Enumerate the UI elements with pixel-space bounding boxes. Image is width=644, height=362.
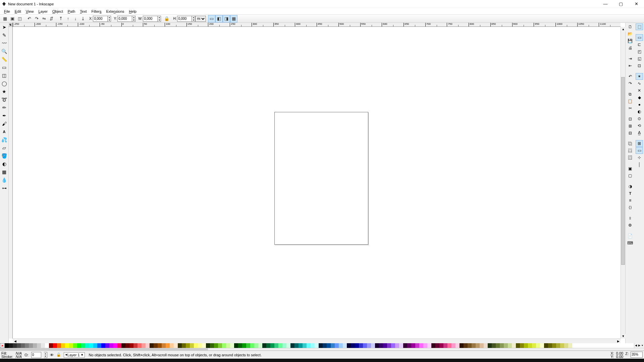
taskbar-explorer[interactable]: 📁: [49, 359, 65, 362]
color-swatch[interactable]: [568, 343, 572, 348]
color-swatch[interactable]: [544, 343, 548, 348]
color-swatch[interactable]: [355, 343, 359, 348]
color-swatch[interactable]: [472, 343, 476, 348]
close-button[interactable]: ✕: [629, 0, 644, 8]
color-swatch[interactable]: [367, 343, 371, 348]
color-swatch[interactable]: [154, 343, 158, 348]
rectangle-tool[interactable]: ▭: [1, 64, 8, 71]
color-swatch[interactable]: [532, 343, 536, 348]
raise-button[interactable]: ↑: [64, 15, 72, 22]
duplicate-button[interactable]: ⿻: [627, 140, 634, 147]
menu-extensions[interactable]: Extensions: [104, 9, 126, 14]
taskbar-word[interactable]: 📘: [242, 359, 258, 362]
color-swatch[interactable]: [443, 343, 447, 348]
layer-selector[interactable]: ▾ Layer 1 ▾: [64, 352, 85, 358]
color-swatch[interactable]: [379, 343, 383, 348]
color-swatch[interactable]: [198, 343, 202, 348]
color-swatch[interactable]: [69, 343, 73, 348]
color-swatch[interactable]: [97, 343, 101, 348]
snap-bbox-toggle[interactable]: ▭: [636, 34, 643, 41]
color-swatch[interactable]: [403, 343, 407, 348]
w-spinner[interactable]: ▲▼: [158, 16, 161, 22]
snap-intersection-toggle[interactable]: ✕: [636, 87, 643, 94]
color-swatch[interactable]: [339, 343, 343, 348]
group-button[interactable]: ▣: [627, 165, 634, 172]
opacity-input[interactable]: [31, 352, 41, 358]
color-swatch[interactable]: [49, 343, 53, 348]
prefs-button[interactable]: ⚙: [627, 222, 634, 229]
color-swatch[interactable]: [206, 343, 210, 348]
color-swatch[interactable]: [282, 343, 286, 348]
taskbar-edge[interactable]: 🌐: [178, 359, 194, 362]
menu-filters[interactable]: Filters: [90, 9, 104, 14]
save-doc-button[interactable]: 💾: [627, 38, 634, 44]
align-button[interactable]: ⫴: [627, 215, 634, 222]
taskbar-firefox[interactable]: 🦊: [162, 359, 178, 362]
minimize-button[interactable]: —: [598, 0, 613, 8]
color-swatch[interactable]: [427, 343, 431, 348]
color-swatch[interactable]: [500, 343, 504, 348]
snap-bbox-corner-toggle[interactable]: ◰: [636, 48, 643, 55]
color-swatch[interactable]: [170, 343, 174, 348]
lower-button[interactable]: ↓: [72, 15, 79, 22]
taskbar-app3[interactable]: ❄: [113, 359, 129, 362]
mesh-tool[interactable]: ▦: [1, 168, 8, 176]
color-swatch[interactable]: [496, 343, 500, 348]
color-swatch[interactable]: [363, 343, 367, 348]
color-swatch[interactable]: [423, 343, 427, 348]
color-swatch[interactable]: [464, 343, 468, 348]
ruler-horizontal[interactable]: -250-200-150-100-50050100150200250300350…: [13, 23, 621, 27]
color-swatch[interactable]: [29, 343, 33, 348]
color-swatch[interactable]: [431, 343, 435, 348]
color-swatch[interactable]: [5, 343, 9, 348]
snap-text-toggle[interactable]: A̲: [636, 129, 643, 136]
color-swatch[interactable]: [343, 343, 347, 348]
scroll-left-arrow[interactable]: ◀: [13, 339, 17, 344]
color-swatch[interactable]: [109, 343, 113, 348]
canvas[interactable]: [13, 27, 621, 339]
text-tool[interactable]: A: [1, 128, 8, 135]
opacity-spinner[interactable]: ▲▼: [44, 352, 47, 358]
scrollbar-vertical[interactable]: ▲ ▼: [621, 27, 625, 339]
snap-rotation-toggle[interactable]: ⟲: [636, 122, 643, 129]
color-swatch[interactable]: [166, 343, 170, 348]
color-swatch[interactable]: [218, 343, 222, 348]
color-swatch[interactable]: [190, 343, 194, 348]
node-tool[interactable]: ✎: [1, 32, 8, 39]
x-spinner[interactable]: ▲▼: [108, 16, 111, 22]
color-swatch[interactable]: [387, 343, 391, 348]
color-swatch[interactable]: [536, 343, 540, 348]
taskbar-app4[interactable]: 🔄: [129, 359, 146, 362]
color-swatch[interactable]: [451, 343, 455, 348]
snap-guide-toggle[interactable]: │: [636, 161, 643, 168]
color-swatch[interactable]: [150, 343, 154, 348]
color-swatch[interactable]: [524, 343, 528, 348]
color-swatch[interactable]: [226, 343, 230, 348]
color-swatch[interactable]: [347, 343, 351, 348]
snap-others-toggle[interactable]: ⊞: [636, 140, 643, 147]
color-swatch[interactable]: [121, 343, 125, 348]
color-swatch[interactable]: [319, 343, 323, 348]
zoom-input[interactable]: [631, 352, 643, 358]
color-swatch[interactable]: [89, 343, 93, 348]
maximize-button[interactable]: ▢: [613, 0, 629, 8]
color-swatch[interactable]: [146, 343, 150, 348]
color-swatch[interactable]: [270, 343, 274, 348]
transform-pattern-toggle[interactable]: ▦: [230, 15, 237, 22]
color-swatch[interactable]: [65, 343, 69, 348]
connector-tool[interactable]: ⊶: [1, 184, 8, 192]
color-swatch[interactable]: [262, 343, 266, 348]
taskbar-vs[interactable]: ⋈: [146, 359, 162, 362]
color-swatch[interactable]: [520, 343, 524, 348]
paste-button[interactable]: 📋: [627, 98, 634, 105]
task-view-button[interactable]: ▭: [33, 359, 49, 362]
scroll-right-arrow[interactable]: ▶: [616, 339, 621, 344]
color-swatch[interactable]: [435, 343, 439, 348]
ruler-vertical[interactable]: [9, 27, 13, 339]
select-all-button[interactable]: ▦: [1, 15, 9, 22]
bezier-tool[interactable]: ✒: [1, 112, 8, 119]
start-button[interactable]: ⊞: [1, 359, 17, 362]
color-swatch[interactable]: [286, 343, 290, 348]
color-swatch[interactable]: [45, 343, 49, 348]
color-swatch[interactable]: [222, 343, 226, 348]
